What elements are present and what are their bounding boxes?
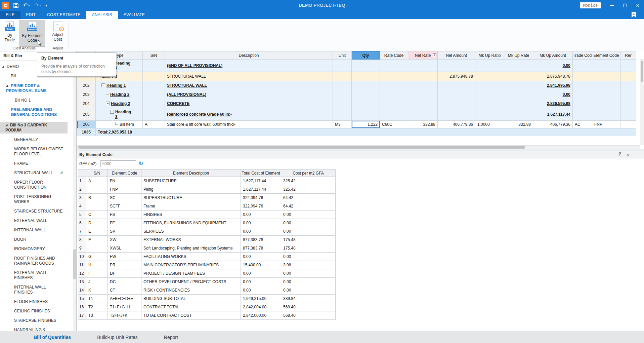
element-table-cell[interactable]: 16 [78, 303, 86, 311]
element-table-cell[interactable]: H [86, 261, 108, 269]
grid-cell-type[interactable]: Heading 2 [96, 90, 143, 99]
element-table-cell[interactable]: 2,842,004.00 [241, 303, 281, 311]
element-table-cell[interactable]: 9 [78, 244, 86, 253]
grid-cell-net_rate[interactable]: 332.88 [408, 121, 438, 128]
grid-cell-qty[interactable] [352, 99, 380, 108]
sidebar-scrollbar-thumb[interactable] [73, 249, 76, 279]
grid-cell-qty[interactable] [352, 81, 380, 90]
menu-tab-cost-estimate[interactable]: COST ESTIMATE [41, 11, 86, 19]
element-table-cell[interactable]: 2 [78, 185, 86, 194]
sidebar-item[interactable]: GENERALLY [0, 137, 76, 142]
grid-cell-rate_code[interactable] [380, 60, 408, 72]
element-table-cell[interactable]: 322,094.76 [241, 202, 281, 211]
grid-cell-rem[interactable] [620, 108, 636, 121]
element-table-cell[interactable]: T3 [86, 311, 108, 320]
grid-cell-element_code[interactable] [592, 60, 620, 72]
grid-cell-type[interactable]: Heading 2 [96, 99, 143, 108]
sidebar-item[interactable]: ◢PRIME COST & PROVISIONAL SUMS [0, 83, 76, 93]
grid-cell-unit[interactable] [333, 60, 352, 72]
gfa-input[interactable] [100, 160, 136, 167]
element-table-cell[interactable]: BUILDING SUB-TOTAL [141, 295, 241, 303]
panel-close-icon[interactable]: × [627, 152, 629, 157]
bottom-tab-build-up-unit-rates[interactable]: Build-up Unit Rates [97, 335, 138, 340]
grid-row[interactable]: ElementSTRUCTURAL WALL2,875,948.782,875,… [77, 72, 636, 81]
element-table-cell[interactable]: 0.00 [281, 269, 336, 278]
element-table-cell[interactable]: 0.00 [281, 227, 336, 236]
element-table-cell[interactable] [86, 185, 108, 194]
element-table-cell[interactable]: 64.42 [281, 194, 336, 202]
column-header-desc[interactable]: Description [165, 51, 333, 60]
grid-cell-rate_code[interactable] [380, 99, 408, 108]
element-table-cell[interactable]: 325.42 [281, 177, 336, 185]
menu-tab-edit[interactable]: EDIT [20, 11, 42, 19]
element-table-row[interactable]: 6DFFFITTINGS, FURNISHINGS AND EQUIPMENT0… [78, 219, 336, 227]
column-header-rate_code[interactable]: Rate Code [380, 51, 408, 60]
bottom-tab-report[interactable]: Report [164, 335, 178, 340]
element-table-cell[interactable]: 568.40 [281, 311, 336, 320]
refresh-icon[interactable]: ↻ [139, 161, 143, 166]
element-table-cell[interactable]: J [86, 278, 108, 286]
element-table-cell[interactable]: E [86, 227, 108, 236]
element-table-cell[interactable]: MAIN CONTRACTOR'S PRELIMINARIES [141, 261, 241, 269]
element-table-cell[interactable] [86, 244, 108, 253]
grid-cell-net_amount[interactable]: 2,875,948.78 [438, 72, 475, 81]
grid-cell-rate_code[interactable]: C60C [380, 121, 408, 128]
app-icon[interactable] [2, 2, 9, 9]
sidebar-scrollbar[interactable] [73, 61, 76, 331]
sidebar-item[interactable]: PRELIMINARIES AND GENERAL CONDITIONS [0, 107, 76, 117]
element-table-header-s-n[interactable]: S/N [86, 169, 108, 177]
edit-pencil-icon[interactable]: ✎ [60, 170, 63, 176]
menu-tab-analysis[interactable]: ANALYSIS [86, 11, 118, 19]
element-table-cell[interactable]: SCFF [108, 202, 141, 211]
sidebar-item[interactable]: STRUCTURAL WALL✎ [0, 170, 76, 176]
grid-cell-mk_rate[interactable] [504, 108, 533, 121]
element-table-cell[interactable]: 175.48 [281, 236, 336, 244]
row-number[interactable]: 206 [77, 121, 96, 128]
grid-cell-net_amount[interactable] [438, 99, 475, 108]
element-table-cell[interactable]: FW [108, 253, 141, 261]
element-table-cell[interactable]: FF [108, 219, 141, 227]
element-table-cell[interactable]: 1,949,215.00 [241, 295, 281, 303]
undo-button[interactable]: ↶▾ [23, 3, 30, 8]
element-table-row[interactable]: 12IDFPROJECT / DESIGN TEAM FEES0.000.00 [78, 269, 336, 278]
grid-cell-qty[interactable] [352, 90, 380, 99]
menu-tab-file[interactable]: FILE [0, 11, 20, 19]
element-table-header-cost-per-m2-gfa[interactable]: Cost per m2 GFA [281, 169, 336, 177]
grid-cell-rem[interactable] [620, 90, 636, 99]
element-table-cell[interactable]: SC [108, 194, 141, 202]
element-table-row[interactable]: 4SCFFFrame322,094.7664.42 [78, 202, 336, 211]
element-table-cell[interactable]: C [86, 211, 108, 219]
redo-button[interactable]: ↷▾ [34, 3, 41, 8]
element-table-cell[interactable]: 0.00 [281, 211, 336, 219]
grid-cell-mk_amount[interactable]: 0.00 [533, 60, 573, 72]
column-header-sn[interactable]: S/N [143, 51, 165, 60]
grid-cell-net_amount[interactable] [438, 108, 475, 121]
grid-cell-element_code[interactable] [592, 72, 620, 81]
element-table-cell[interactable]: PR [108, 261, 141, 269]
column-header-net_rate[interactable]: Net Rate+ [408, 51, 438, 60]
element-table-cell[interactable]: 64.42 [281, 202, 336, 211]
column-header-net_amount[interactable]: Net Amount [438, 51, 475, 60]
element-table-row[interactable]: 10GFWFACILITATING WORKS0.000.00 [78, 253, 336, 261]
grid-cell-mk_ratio[interactable] [475, 108, 504, 121]
grid-cell-mk_ratio[interactable] [475, 90, 504, 99]
sidebar-item[interactable]: IRONMONGERY [0, 246, 76, 252]
menu-tab-evaluate[interactable]: EVALUATE [118, 11, 151, 19]
element-table-cell[interactable]: EXTERNAL WORKS [141, 236, 241, 244]
grid-cell-mk_ratio[interactable] [475, 60, 504, 72]
grid-cell-net_rate[interactable] [408, 90, 438, 99]
grid-cell-mk_amount[interactable]: 1,627,117.44 [533, 108, 573, 121]
grid-cell-mk_rate[interactable] [504, 60, 533, 72]
element-table-row[interactable]: 15T1A+B+C+D+EBUILDING SUB-TOTAL1,949,215… [78, 295, 336, 303]
grid-cell-mk_rate[interactable]: 332.88 [504, 121, 533, 128]
element-table-cell[interactable]: 8 [78, 236, 86, 244]
element-table-cell[interactable]: D [86, 219, 108, 227]
grid-cell-element_code[interactable] [592, 81, 620, 90]
sidebar-item[interactable]: INTERNAL WALL FINISHES [0, 285, 76, 295]
sidebar-item[interactable]: UPPER FLOOR CONSTRUCTION [0, 180, 76, 190]
row-number[interactable]: 205 [77, 108, 96, 121]
element-table-cell[interactable]: CONTRACT TOTAL [141, 303, 241, 311]
element-table-cell[interactable]: 322,094.76 [241, 194, 281, 202]
element-table-cell[interactable]: I [86, 269, 108, 278]
grid-cell-net_amount[interactable] [438, 60, 475, 72]
